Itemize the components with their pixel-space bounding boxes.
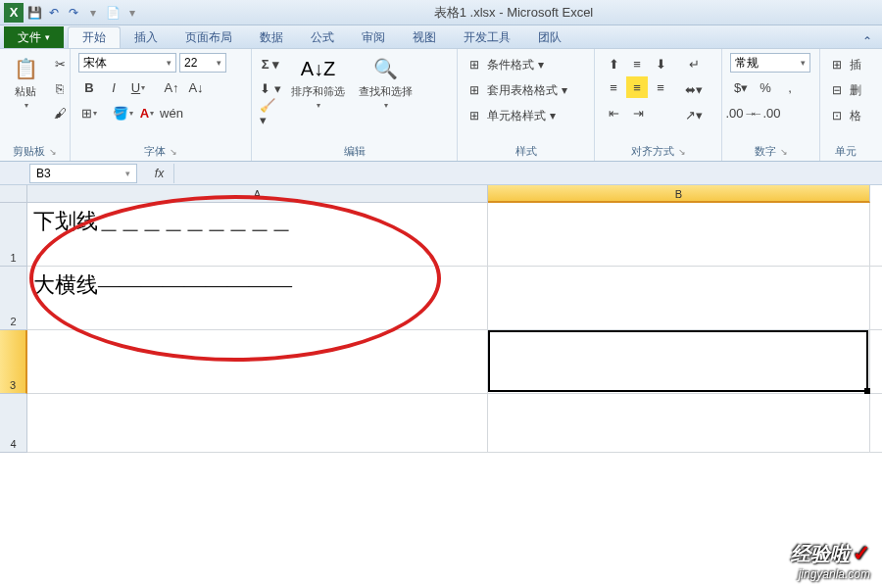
col-header-a[interactable]: A — [27, 185, 488, 203]
format-painter-icon[interactable]: 🖌 — [49, 102, 71, 123]
qat-more-icon[interactable]: ▾ — [84, 4, 102, 22]
fill-color-button[interactable]: 🪣▾ — [112, 102, 133, 123]
cell-a4[interactable] — [27, 394, 488, 452]
cell-b2[interactable] — [488, 267, 870, 329]
cell-a1[interactable]: 下划线＿＿＿＿＿＿＿＿＿ — [27, 203, 488, 266]
align-center-icon[interactable]: ≡ — [626, 76, 648, 98]
sort-button[interactable]: A↓Z 排序和筛选 ▾ — [287, 53, 349, 142]
underline-button[interactable]: U▾ — [127, 76, 149, 98]
number-format-combo[interactable]: 常规▾ — [730, 53, 810, 73]
grow-font-icon[interactable]: A↑ — [161, 76, 182, 98]
tab-team[interactable]: 团队 — [524, 26, 575, 48]
sum-icon[interactable]: Σ ▾ — [260, 53, 281, 74]
save-icon[interactable]: 💾 — [25, 4, 43, 22]
table-format-icon: ⊞ — [466, 81, 483, 99]
bold-button[interactable]: B — [78, 76, 100, 98]
dec-decimal-icon[interactable]: ←.00 — [755, 102, 776, 123]
title-bar: X 💾 ↶ ↷ ▾ 📄 ▾ 表格1 .xlsx - Microsoft Exce… — [0, 0, 882, 25]
tab-insert[interactable]: 插入 — [121, 26, 172, 48]
group-cells: ⊞插 ⊟删 ⊡格 单元 — [820, 49, 871, 161]
merge-icon[interactable]: ⬌▾ — [683, 78, 705, 100]
launcher-icon[interactable]: ↘ — [170, 147, 177, 157]
align-top-icon[interactable]: ⬆ — [603, 53, 624, 74]
find-button[interactable]: 🔍 查找和选择 ▾ — [355, 53, 416, 142]
qat-more-icon[interactable]: ▾ — [123, 4, 141, 22]
insert-cells-button[interactable]: ⊞插 — [828, 53, 863, 76]
border-button[interactable]: ⊞▾ — [78, 102, 100, 123]
align-left-icon[interactable]: ≡ — [603, 76, 624, 98]
formula-bar: B3▾ fx — [0, 162, 882, 185]
cond-format-icon: ⊞ — [466, 56, 483, 74]
col-header-b[interactable]: B — [488, 185, 870, 203]
launcher-icon[interactable]: ↘ — [49, 147, 57, 157]
font-color-button[interactable]: A▾ — [136, 102, 158, 123]
cell-style-button[interactable]: ⊞单元格样式 ▾ — [466, 104, 586, 127]
phonetic-icon[interactable]: wén — [161, 102, 182, 123]
minimize-ribbon-icon[interactable]: ⌃ — [862, 34, 872, 48]
font-name-combo[interactable]: 宋体▾ — [78, 53, 176, 73]
excel-icon[interactable]: X — [4, 3, 24, 23]
tab-home[interactable]: 开始 — [68, 26, 121, 48]
launcher-icon[interactable]: ↘ — [780, 147, 788, 157]
wrap-text-icon[interactable]: ↵ — [683, 53, 705, 74]
cell-b1[interactable] — [488, 203, 870, 266]
conditional-format-button[interactable]: ⊞条件格式 ▾ — [466, 53, 586, 76]
cut-icon[interactable]: ✂ — [49, 53, 71, 74]
window-title: 表格1 .xlsx - Microsoft Excel — [145, 4, 882, 22]
format-icon: ⊡ — [828, 107, 846, 124]
paste-button[interactable]: 📋 粘贴 ▾ — [8, 53, 43, 142]
row-headers: 1 2 3 4 — [0, 203, 27, 453]
font-size-combo[interactable]: 22▾ — [179, 53, 226, 73]
cell-b4[interactable] — [488, 394, 870, 452]
launcher-icon[interactable]: ↘ — [678, 147, 686, 157]
cells-area[interactable]: 下划线＿＿＿＿＿＿＿＿＿ 大横线————————— — [27, 203, 882, 587]
delete-cells-button[interactable]: ⊟删 — [828, 78, 863, 102]
insert-icon: ⊞ — [828, 56, 846, 74]
orientation-icon[interactable]: ↗▾ — [683, 104, 705, 125]
row-header-2[interactable]: 2 — [0, 267, 27, 330]
tab-data[interactable]: 数据 — [246, 26, 297, 48]
inc-decimal-icon[interactable]: .00→ — [730, 102, 752, 123]
cell-a3[interactable] — [27, 330, 488, 393]
undo-icon[interactable]: ↶ — [45, 4, 63, 22]
italic-button[interactable]: I — [103, 76, 124, 98]
group-alignment: ⬆ ≡ ⬇ ≡ ≡ ≡ ⇤ ⇥ ↵ ⬌▾ ↗▾ 对齐方式↘ — [595, 49, 722, 161]
redo-icon[interactable]: ↷ — [65, 4, 82, 22]
indent-inc-icon[interactable]: ⇥ — [627, 102, 649, 123]
indent-dec-icon[interactable]: ⇤ — [603, 102, 624, 123]
name-box[interactable]: B3▾ — [29, 164, 137, 183]
new-icon[interactable]: 📄 — [104, 4, 122, 22]
select-all-corner[interactable] — [0, 185, 27, 203]
check-icon: ✓ — [853, 541, 870, 565]
group-editing: Σ ▾ ⬇ ▾ 🧹▾ A↓Z 排序和筛选 ▾ 🔍 查找和选择 ▾ 编辑 — [252, 49, 458, 161]
row-header-1[interactable]: 1 — [0, 203, 27, 267]
cell-a2[interactable]: 大横线————————— — [27, 267, 488, 329]
align-bottom-icon[interactable]: ⬇ — [650, 53, 671, 74]
table-format-button[interactable]: ⊞套用表格格式 ▾ — [466, 78, 586, 102]
percent-icon[interactable]: % — [755, 76, 776, 98]
shrink-font-icon[interactable]: A↓ — [185, 76, 207, 98]
delete-icon: ⊟ — [828, 81, 846, 99]
align-middle-icon[interactable]: ≡ — [626, 53, 648, 74]
comma-icon[interactable]: , — [779, 76, 801, 98]
tab-review[interactable]: 审阅 — [348, 26, 399, 48]
format-cells-button[interactable]: ⊡格 — [828, 104, 863, 127]
currency-icon[interactable]: $▾ — [730, 76, 752, 98]
active-cell-border — [488, 330, 868, 392]
row-header-3[interactable]: 3 — [0, 330, 27, 394]
spreadsheet-grid: A B 1 2 3 4 下划线＿＿＿＿＿＿＿＿＿ 大横线————————— 经验… — [0, 185, 882, 587]
tab-formulas[interactable]: 公式 — [297, 26, 348, 48]
copy-icon[interactable]: ⎘ — [49, 77, 71, 99]
tab-developer[interactable]: 开发工具 — [450, 26, 524, 48]
clear-icon[interactable]: 🧹▾ — [260, 102, 281, 123]
fill-icon[interactable]: ⬇ ▾ — [260, 77, 281, 99]
ribbon-tabs: 文件▾ 开始 插入 页面布局 数据 公式 审阅 视图 开发工具 团队 ⌃ — [0, 25, 882, 49]
tab-layout[interactable]: 页面布局 — [172, 26, 246, 48]
align-right-icon[interactable]: ≡ — [650, 76, 671, 98]
group-styles: ⊞条件格式 ▾ ⊞套用表格格式 ▾ ⊞单元格样式 ▾ 样式 — [458, 49, 595, 161]
file-tab[interactable]: 文件▾ — [4, 26, 64, 48]
watermark: 经验啦 ✓ jingyanla.com — [791, 541, 870, 581]
fx-button[interactable]: fx — [145, 164, 174, 183]
tab-view[interactable]: 视图 — [399, 26, 450, 48]
row-header-4[interactable]: 4 — [0, 394, 27, 453]
